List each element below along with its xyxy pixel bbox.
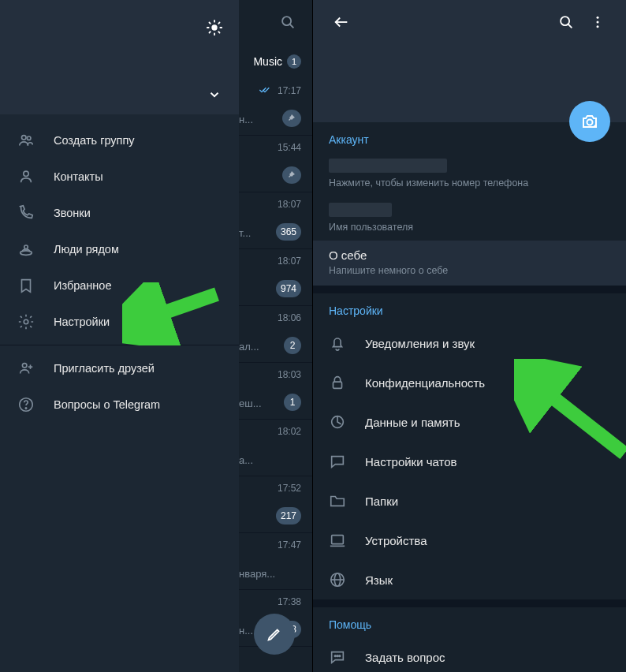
svg-point-14 [24,319,28,324]
theme-toggle-icon[interactable] [206,19,223,36]
strip-header [239,0,312,43]
invite-icon [17,360,39,377]
help-section-title: Помощь [313,607,626,637]
chat-row[interactable]: 15:44 [239,136,312,192]
username-hint: Имя пользователя [329,222,610,233]
svg-point-13 [20,251,32,256]
data-icon [329,413,351,431]
chat-time: 18:07 [278,256,301,267]
camera-fab[interactable] [569,101,610,142]
drawer-item-faq[interactable]: Вопросы о Telegram [0,386,239,423]
settings-item-label: Данные и память [365,416,460,429]
phone-redacted [329,159,447,173]
svg-point-20 [282,17,291,25]
nearby-icon [17,241,39,258]
chat-row[interactable]: 18:07т...365 [239,192,312,249]
read-checks-icon [259,85,271,95]
svg-point-24 [561,17,569,25]
profile-header [313,43,626,122]
chat-snippet: ал... [239,341,259,353]
drawer-item-label: Избранное [54,279,111,292]
search-icon[interactable] [550,13,582,31]
drawer-item-nearby[interactable]: Люди рядом [0,231,239,267]
drawer-item-create-group[interactable]: Создать группу [0,122,239,159]
folder-tab[interactable]: Music 1 [239,43,312,79]
devices-icon [329,532,351,549]
svg-rect-32 [333,382,342,388]
svg-point-11 [24,171,28,176]
drawer-menu: Создать группу Контакты Звонки Люди рядо… [0,114,239,423]
chat-icon [329,453,351,470]
about-hint: Напишите немного о себе [329,265,610,276]
right-phone: Аккаунт Нажмите, чтобы изменить номер те… [313,0,626,672]
chat-row[interactable]: 18:02а... [239,420,312,476]
group-icon [17,132,39,149]
svg-point-27 [597,21,599,23]
chat-row[interactable]: 18:03еш...1 [239,363,312,420]
username-item[interactable]: Имя пользователя [313,196,626,241]
settings-item-devices[interactable]: Устройства [313,521,626,560]
svg-line-6 [218,32,219,32]
chat-time: 15:44 [278,142,301,153]
pin-icon [282,110,301,127]
settings-toolbar [313,0,626,43]
folder-icon [329,492,351,510]
about-label: О себе [329,248,610,262]
chevron-down-icon[interactable] [207,88,222,102]
svg-line-42 [534,383,624,454]
pin-icon [282,166,301,184]
more-icon[interactable] [582,14,613,30]
drawer-item-contacts[interactable]: Контакты [0,159,239,195]
settings-item-language[interactable]: Язык [313,560,626,599]
svg-point-40 [337,655,338,657]
chat-row[interactable]: 17:52217 [239,476,312,533]
drawer-item-calls[interactable]: Звонки [0,195,239,231]
svg-line-25 [568,24,572,28]
svg-point-9 [22,136,27,140]
chat-row[interactable]: 17:47нваря... [239,533,312,590]
unread-badge: 2 [284,337,301,354]
svg-line-5 [209,22,210,23]
drawer-item-invite[interactable]: Пригласить друзей [0,350,239,386]
section-divider [313,599,626,607]
chat-row[interactable]: 18:06ал...2 [239,306,312,363]
svg-line-8 [218,22,219,23]
chat-time: 18:02 [278,426,301,437]
globe-icon [329,571,351,588]
drawer-item-label: Создать группу [54,134,135,147]
settings-item-notifications[interactable]: Уведомления и звук [313,323,626,363]
svg-line-7 [209,32,210,32]
svg-point-26 [597,16,599,18]
chat-time: 17:38 [278,596,301,607]
chat-snippet: а... [239,454,253,466]
chat-snippet: т... [239,227,251,239]
settings-item-label: Задать вопрос [365,651,445,664]
chat-row[interactable]: 18:07974 [239,249,312,306]
settings-item-folders[interactable]: Папки [313,481,626,521]
settings-item-label: Конфиденциальность [365,376,485,390]
unread-badge: 365 [276,223,301,241]
chat-time: 18:07 [278,199,301,210]
back-icon[interactable] [326,13,357,31]
chat-row[interactable]: 17:17н... [239,79,312,136]
svg-point-10 [27,136,31,140]
phone-number-item[interactable]: Нажмите, чтобы изменить номер телефона [313,152,626,196]
drawer-item-label: Пригласить друзей [54,362,155,375]
svg-point-12 [24,245,28,249]
chat-time: 17:47 [278,539,301,551]
settings-section-title: Настройки [313,293,626,323]
search-icon[interactable] [279,13,296,31]
lock-icon [329,374,351,391]
chat-list-strip: Music 1 17:17н...15:4418:07т...36518:079… [239,0,312,672]
svg-point-0 [211,24,217,30]
chat-dots-icon [329,648,351,666]
bookmark-icon [17,277,39,294]
chat-time: 18:03 [278,369,301,380]
phone-hint: Нажмите, чтобы изменить номер телефона [329,177,610,189]
svg-point-39 [334,655,336,657]
svg-rect-34 [332,536,344,544]
arrow-annotation-privacy [514,359,626,469]
settings-item-ask[interactable]: Задать вопрос [313,637,626,672]
compose-fab[interactable] [254,614,295,655]
about-item[interactable]: О себе Напишите немного о себе [313,241,626,286]
